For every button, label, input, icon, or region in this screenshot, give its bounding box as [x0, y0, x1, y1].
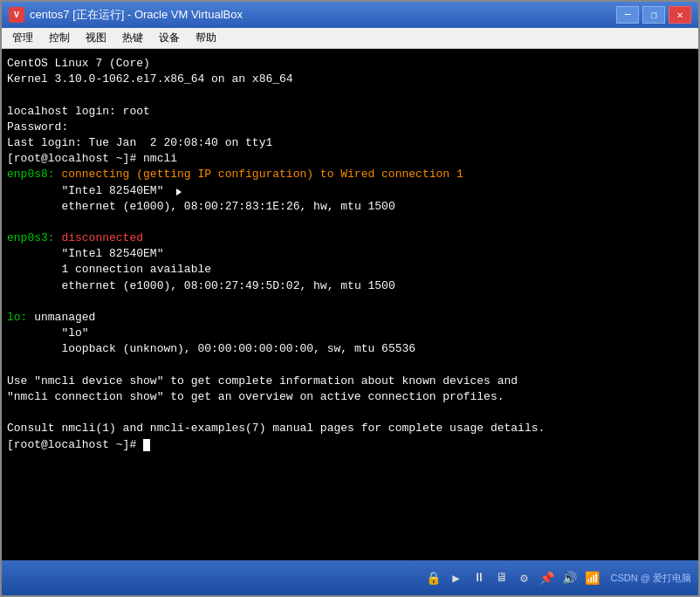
- minimize-button[interactable]: —: [616, 6, 639, 24]
- taskbar-watermark: CSDN @ 爱打电脑: [611, 572, 691, 585]
- restore-button[interactable]: ❐: [642, 6, 665, 24]
- menu-item-manage[interactable]: 管理: [5, 29, 40, 47]
- app-icon-label: V: [14, 10, 19, 20]
- window-controls: — ❐ ✕: [616, 6, 691, 24]
- taskbar-icon-8[interactable]: 📶: [583, 568, 602, 587]
- taskbar-icon-7[interactable]: 🔊: [560, 568, 580, 587]
- menu-item-device[interactable]: 设备: [152, 29, 187, 47]
- window-title: centos7 [正在运行] - Oracle VM VirtualBox: [30, 7, 611, 23]
- taskbar-icon-1[interactable]: 🔒: [424, 568, 443, 587]
- taskbar: 🔒 ▶ ⏸ 🖥 ⚙ 📌 🔊 📶 CSDN @ 爱打电脑: [2, 560, 698, 595]
- taskbar-icon-5[interactable]: ⚙: [515, 568, 534, 587]
- menu-item-help[interactable]: 帮助: [189, 29, 223, 47]
- taskbar-icon-4[interactable]: 🖥: [492, 568, 511, 587]
- menu-bar: 管理 控制 视图 热键 设备 帮助: [2, 28, 698, 49]
- menu-item-hotkey[interactable]: 热键: [115, 29, 150, 47]
- title-bar: V centos7 [正在运行] - Oracle VM VirtualBox …: [2, 2, 698, 28]
- virtualbox-window: V centos7 [正在运行] - Oracle VM VirtualBox …: [0, 0, 700, 597]
- taskbar-icon-3[interactable]: ⏸: [470, 568, 489, 587]
- terminal-area[interactable]: CentOS Linux 7 (Core) Kernel 3.10.0-1062…: [2, 49, 698, 560]
- terminal-content: CentOS Linux 7 (Core) Kernel 3.10.0-1062…: [7, 56, 693, 453]
- app-icon: V: [9, 7, 24, 23]
- menu-item-control[interactable]: 控制: [42, 29, 77, 47]
- taskbar-icon-2[interactable]: ▶: [447, 568, 466, 587]
- taskbar-icons: 🔒 ▶ ⏸ 🖥 ⚙ 📌 🔊 📶: [424, 568, 602, 587]
- close-button[interactable]: ✕: [669, 6, 691, 24]
- taskbar-icon-6[interactable]: 📌: [538, 568, 557, 587]
- menu-item-view[interactable]: 视图: [79, 29, 113, 47]
